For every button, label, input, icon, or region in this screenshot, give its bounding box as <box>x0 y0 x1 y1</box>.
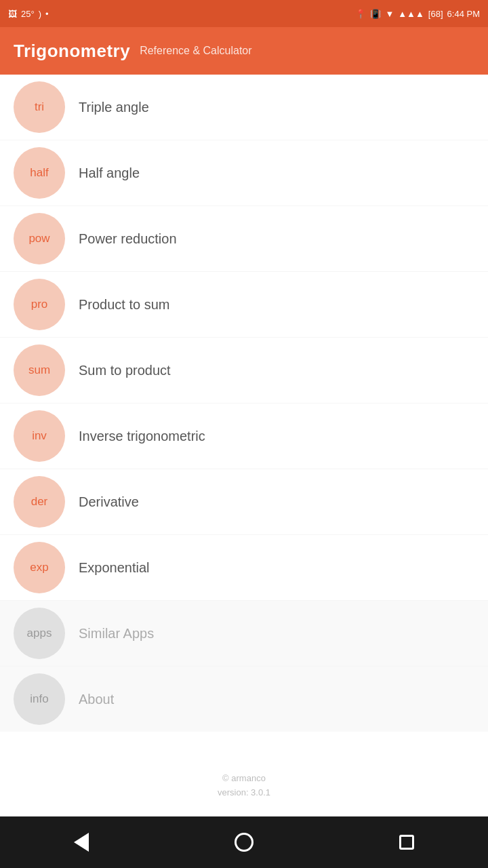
signal-icon: ▲▲▲ <box>398 9 424 19</box>
avatar-half: half <box>14 147 65 199</box>
menu-item-exp[interactable]: exp Exponential <box>0 535 488 601</box>
back-icon <box>74 833 89 852</box>
menu-list: tri Triple angle half Half angle pow Pow… <box>0 75 488 760</box>
menu-item-info[interactable]: info About <box>0 667 488 732</box>
avatar-pro: pro <box>14 279 65 330</box>
app-header: Trigonometry Reference & Calculator <box>0 27 488 75</box>
item-label-inv: Inverse trigonometric <box>79 429 205 444</box>
item-label-half: Half angle <box>79 165 140 181</box>
avatar-der: der <box>14 476 65 528</box>
item-label-tri: Triple angle <box>79 100 149 115</box>
avatar-sum: sum <box>14 344 65 396</box>
nav-bar <box>0 816 488 868</box>
menu-item-tri[interactable]: tri Triple angle <box>0 75 488 140</box>
item-label-apps: Similar Apps <box>79 626 154 642</box>
recents-icon <box>399 835 414 850</box>
status-bar: 🖼 25° ) • 📍 📳 ▼ ▲▲▲ [68] 6:44 PM <box>0 0 488 27</box>
item-label-sum: Sum to product <box>79 363 171 378</box>
location-icon: 📍 <box>355 9 366 19</box>
battery-percent: [68] <box>428 9 443 19</box>
menu-item-apps[interactable]: apps Similar Apps <box>0 601 488 667</box>
item-label-info: About <box>79 692 114 707</box>
menu-item-half[interactable]: half Half angle <box>0 140 488 206</box>
avatar-exp: exp <box>14 542 65 593</box>
app-subtitle: Reference & Calculator <box>140 45 251 57</box>
app-title: Trigonometry <box>14 41 130 62</box>
menu-item-sum[interactable]: sum Sum to product <box>0 338 488 403</box>
nav-back-button[interactable] <box>61 822 102 863</box>
status-left: 🖼 25° ) • <box>8 9 49 19</box>
item-label-der: Derivative <box>79 494 139 510</box>
wifi-icon: ▼ <box>385 9 394 19</box>
menu-item-der[interactable]: der Derivative <box>0 469 488 535</box>
dot-indicator: • <box>45 9 49 19</box>
menu-item-pow[interactable]: pow Power reduction <box>0 206 488 272</box>
item-label-exp: Exponential <box>79 560 150 576</box>
time: 6:44 PM <box>447 9 480 19</box>
menu-item-pro[interactable]: pro Product to sum <box>0 272 488 338</box>
vibrate-icon: 📳 <box>370 9 381 19</box>
copyright: © armanco <box>0 772 488 786</box>
avatar-pow: pow <box>14 213 65 264</box>
avatar-info: info <box>14 673 65 725</box>
avatar-tri: tri <box>14 81 65 133</box>
item-label-pro: Product to sum <box>79 297 170 313</box>
temperature: 25° <box>21 9 35 19</box>
gallery-icon: 🖼 <box>8 9 17 19</box>
nav-recents-button[interactable] <box>386 822 427 863</box>
avatar-inv: inv <box>14 410 65 462</box>
status-right: 📍 📳 ▼ ▲▲▲ [68] 6:44 PM <box>355 9 480 19</box>
item-label-pow: Power reduction <box>79 231 177 247</box>
avatar-apps: apps <box>14 608 65 659</box>
footer: © armanco version: 3.0.1 <box>0 760 488 816</box>
home-icon <box>235 833 253 852</box>
battery-indicator: ) <box>39 9 41 19</box>
nav-home-button[interactable] <box>224 822 264 863</box>
version: version: 3.0.1 <box>0 786 488 800</box>
menu-item-inv[interactable]: inv Inverse trigonometric <box>0 403 488 469</box>
